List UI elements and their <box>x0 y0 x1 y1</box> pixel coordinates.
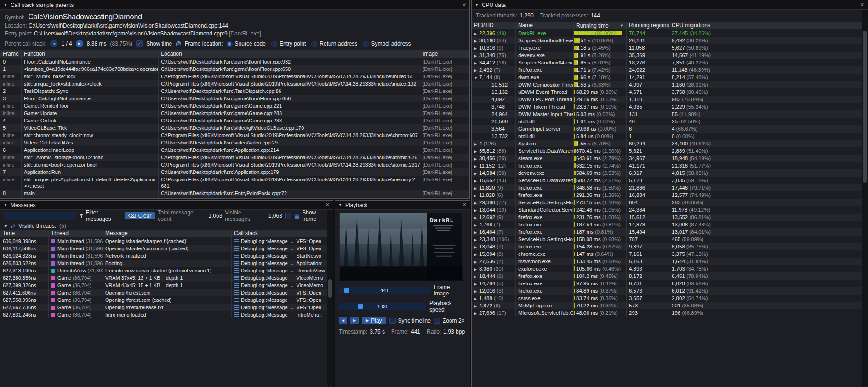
expand-icon[interactable]: ▶ <box>474 214 479 221</box>
callstack-frame-row[interactable]: 1 <lambda_84a19dc444fae966ca174e83e708bd… <box>0 65 469 73</box>
window-titlebar[interactable]: ▼ Playback ✕ <box>335 201 470 210</box>
cpu-row[interactable]: ▼7,144 (8) dwm.exe 1.66 s (7.18%) 14,291… <box>472 74 868 81</box>
frame-location-radio[interactable]: Return address <box>311 40 357 47</box>
cpu-row[interactable]: ▶18,444 (6) firefox.exe 104.2 ms (0.45%)… <box>472 272 868 280</box>
expand-icon[interactable]: ▶ <box>474 251 479 258</box>
message-callstack-cell[interactable]: DebugLog::Message←VFS::Open <box>232 245 333 252</box>
callstack-frame-row[interactable]: 4 Game::OnTick C:\Users\wolf\Desktop\dar… <box>0 117 469 124</box>
cpu-row[interactable]: ▶30,160 (84) ScriptedSandbox64.exe 2.51 … <box>472 37 868 44</box>
cpu-row[interactable]: ▶22,396 (49) DarkRL.exe 21.27 s (92.06%)… <box>472 29 868 37</box>
message-row[interactable]: 627,667,736ns Game (36,704) Opening /met… <box>0 304 333 311</box>
column-header-frame[interactable]: Frame <box>0 50 22 58</box>
expand-icon[interactable]: ▶ <box>474 30 479 37</box>
expand-icon[interactable]: ▶ <box>474 141 479 147</box>
collapse-icon[interactable]: ▼ <box>4 3 7 7</box>
column-header-name[interactable]: Name <box>516 22 574 29</box>
message-row[interactable]: 627,558,996ns Game (36,704) Opening /for… <box>0 296 333 304</box>
message-callstack-cell[interactable]: DebugLog::Message←Application: <box>232 260 333 267</box>
shuffle-icon[interactable]: ⇄ <box>11 223 15 229</box>
cpu-row[interactable]: ▶13,044 (10) StandardCollector.Servic 24… <box>472 206 868 214</box>
cpu-row[interactable]: ▶15,652 (43) ServiceHub.DataWarehou 580.… <box>472 177 868 184</box>
expand-icon[interactable]: ▼ <box>474 75 479 81</box>
callstack-frame-row[interactable]: inline std::unique_lock<std::mutex>::loc… <box>0 80 469 87</box>
message-callstack-cell[interactable]: DebugLog::Message←VFS::Open <box>232 289 333 296</box>
callstack-frame-row[interactable]: inline Game::Update C:\Users\wolf\Deskto… <box>0 110 469 117</box>
callstack-frame-row[interactable]: inline std::atomic<bool>::operator bool … <box>0 161 469 168</box>
cpu-row[interactable]: ▶27,696 (17) Microsoft.ServiceHub.Co 48.… <box>472 309 868 317</box>
expand-icon[interactable]: ▶ <box>474 185 479 191</box>
callstack-frame-row[interactable]: 0 Floor::CalcLightNoLuminance C:\Users\w… <box>0 58 469 65</box>
expand-icon[interactable]: ▶ <box>474 178 479 184</box>
zoom-2x-checkbox[interactable]: Zoom 2× <box>434 318 465 324</box>
callstack-frame-row[interactable]: inline std::_Mutex_base::lock C:\Program… <box>0 73 469 80</box>
callstack-frame-row[interactable]: 5 VideoGLBase::Tick C:\Users\wolf\Deskto… <box>0 124 469 132</box>
expand-icon[interactable]: ▶ <box>474 163 479 169</box>
cpu-row[interactable]: ▶8,080 (20) explorer.exe 105.66 ms (0.46… <box>472 265 868 272</box>
cpu-row[interactable]: ▶4 (126) System 1.55 s (6.70%) 69,294 34… <box>472 140 868 147</box>
column-header-running-time[interactable]: Running time ▼ <box>574 22 627 29</box>
cpu-row[interactable]: ▶11,828 (6) firefox.exe 291.26 ms (1.26%… <box>472 191 868 199</box>
show-frame-checkbox[interactable] <box>285 213 291 219</box>
message-callstack-cell[interactable]: DebugLog::Message←IntroMenu:: <box>232 311 333 318</box>
message-row[interactable]: 627,399,326ns Game (36,704) VRAM 43x45: … <box>0 282 333 289</box>
cpu-row[interactable]: 3,564 GameInput server 69.68 us (0.00%) … <box>472 125 868 133</box>
cpu-row[interactable]: ▶27,536 (7) msvsmon.exe 133.45 ms (0.58%… <box>472 258 868 265</box>
cpu-row[interactable]: ▶4,872 (9) MsMpEng.exe 70.22 ms (0.30%) … <box>472 302 868 309</box>
cpu-row[interactable]: ▶31,340 (75) devenv.exe 1.91 s (8.26%) 3… <box>472 52 868 59</box>
cpu-row[interactable]: 4,092 DWM LPC Port Thread 29.16 ms (0.13… <box>472 96 868 103</box>
column-header-pid-tid[interactable]: PID/TID <box>472 22 516 29</box>
cpu-row[interactable]: ▶23,348 (106) ServiceHub.SettingsHost 15… <box>472 236 868 243</box>
callstack-frame-row[interactable]: 6 Application::InnerLoop C:\Users\wolf\D… <box>0 146 469 154</box>
cpu-row[interactable]: 13,132 uDWM Event Thread 68.29 ms (0.30%… <box>472 88 868 96</box>
play-button[interactable]: ▶ Play <box>362 317 386 324</box>
message-row[interactable]: 627,411,606ns Game (36,704) Opening /for… <box>0 289 333 296</box>
cpu-row[interactable]: ▶14,984 (50) devenv.exe 584.69 ms (2.53%… <box>472 169 868 177</box>
collapse-icon[interactable]: ▼ <box>4 203 7 207</box>
playback-speed-slider[interactable]: 1.00 <box>339 303 426 310</box>
cpu-row[interactable]: ▶29,388 (77) ServiceHub.SettingsHost 273… <box>472 199 868 206</box>
callstack-frame-row[interactable]: 3 Floor::CalcLightNoLuminance C:\Users\w… <box>0 95 469 102</box>
expand-icon[interactable]: ▶ <box>474 303 479 309</box>
cpu-row[interactable]: ▶16,464 (7) firefox.exe 187 ms (0.81%) 1… <box>472 228 868 236</box>
expand-icon[interactable]: ▶ <box>474 229 479 236</box>
message-row[interactable]: 627,313,190ns RemoteView (31,392) Remote… <box>0 267 333 274</box>
message-callstack-cell[interactable]: DebugLog::Message←StartNetwo <box>232 252 333 260</box>
column-header-message[interactable]: Message <box>103 230 232 237</box>
frame-image-slider[interactable]: 441 <box>339 287 430 294</box>
collapse-icon[interactable]: ▼ <box>338 203 342 207</box>
callstack-frame-row[interactable]: inline std::_Atomic_storage<bool,1>::loa… <box>0 154 469 161</box>
message-row[interactable]: 606,117,568ns Main thread (31,596) Openi… <box>0 245 333 252</box>
cpu-row[interactable]: ▶10,316 (9) Tracy.exe 2.18 s (9.45%) 11,… <box>472 44 868 52</box>
cpu-row[interactable]: 3,748 DWM Token Thread 23.37 ms (0.10%) … <box>472 103 868 110</box>
cpu-scrollbar[interactable] <box>862 10 868 386</box>
cpu-row[interactable]: ▶11,152 (12) firefox.exe 632.15 ms (2.74… <box>472 162 868 169</box>
cpu-row[interactable]: ▶4,768 (7) firefox.exe 187.54 ms (0.81%)… <box>472 221 868 228</box>
expand-icon[interactable]: ▶ <box>474 192 479 199</box>
cpu-row[interactable]: ▶14,784 (5) firefox.exe 97.95 ms (0.42%)… <box>472 280 868 287</box>
expand-icon[interactable]: ▶ <box>474 170 479 177</box>
expand-icon[interactable]: ▶ <box>474 273 479 280</box>
close-icon[interactable]: ✕ <box>462 2 466 8</box>
frame-location-radio[interactable]: Entry point <box>271 40 306 47</box>
expand-icon[interactable]: ▶ <box>474 237 479 243</box>
cpu-row[interactable]: ▶34,412 (18) ScriptedSandbox64.exe 1.85 … <box>472 59 868 66</box>
callstack-frame-row[interactable]: 8 main C:\Users\wolf\Desktop\darkrl\src\… <box>0 190 469 197</box>
column-header-running-regions[interactable]: Running regions <box>627 22 669 29</box>
expand-icon[interactable]: ▶ <box>474 156 479 162</box>
callstack-frame-row[interactable]: 2 TaskDispatch::Sync C:\Users\wolf\Deskt… <box>0 87 469 95</box>
close-icon[interactable]: ✕ <box>463 202 467 208</box>
column-header-thread[interactable]: Thread <box>49 230 103 237</box>
cpu-row[interactable]: ▶1,488 (10) csrss.exe 83.74 ms (0.36%) 3… <box>472 295 868 302</box>
message-row[interactable]: 626,024,328ns Main thread (31,596) Netwo… <box>0 252 333 260</box>
prev-frame-button[interactable]: ◀ <box>339 317 347 324</box>
clear-button[interactable]: ⌫ Clear <box>125 212 155 219</box>
expand-icon[interactable]: ▶ <box>474 45 479 52</box>
cpu-row[interactable]: ▶15,004 (8) chrome.exe 147 ms (0.64%) 7,… <box>472 250 868 258</box>
message-row[interactable]: 606,049,398ns Main thread (31,596) Openi… <box>0 237 333 245</box>
expand-icon[interactable]: ▶ <box>474 259 479 265</box>
expand-icon[interactable]: ▶ <box>474 310 479 317</box>
expand-icon[interactable]: ▶ <box>474 281 479 287</box>
show-time-checkbox[interactable]: ✓ <box>136 40 143 47</box>
expand-icon[interactable]: ▶ <box>474 295 479 302</box>
cpu-row[interactable]: ▶12,016 (3) firefox.exe 84.89 ms (0.37%)… <box>472 287 868 295</box>
